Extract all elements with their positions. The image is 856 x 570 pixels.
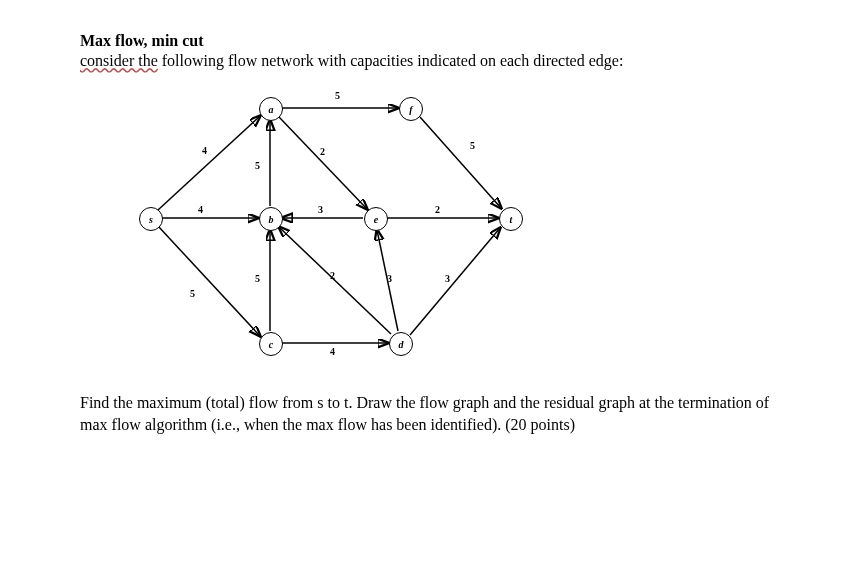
label-d-e: 3 xyxy=(387,273,392,284)
node-e: e xyxy=(364,207,388,231)
label-e-b: 3 xyxy=(318,204,323,215)
label-f-t: 5 xyxy=(470,140,475,151)
label-e-t: 2 xyxy=(435,204,440,215)
svg-line-12 xyxy=(420,117,501,208)
label-a-f: 5 xyxy=(335,90,340,101)
flow-network-diagram: s a b c d e f t 4 4 5 5 5 5 2 3 4 2 3 3 … xyxy=(110,78,590,368)
svg-line-11 xyxy=(410,228,500,335)
node-f: f xyxy=(399,97,423,121)
label-s-b: 4 xyxy=(198,204,203,215)
label-s-c: 5 xyxy=(190,288,195,299)
svg-line-2 xyxy=(158,226,260,336)
node-s: s xyxy=(139,207,163,231)
node-t: t xyxy=(499,207,523,231)
subtitle: consider the following flow network with… xyxy=(80,52,776,70)
svg-line-6 xyxy=(279,117,367,209)
svg-line-0 xyxy=(158,116,260,210)
label-c-d: 4 xyxy=(330,346,335,357)
label-a-e: 2 xyxy=(320,146,325,157)
label-c-b: 5 xyxy=(255,273,260,284)
node-d: d xyxy=(389,332,413,356)
svg-line-9 xyxy=(279,227,391,334)
title: Max flow, min cut xyxy=(80,32,776,50)
node-a: a xyxy=(259,97,283,121)
subtitle-rest: following flow network with capacities i… xyxy=(158,52,624,69)
node-b: b xyxy=(259,207,283,231)
label-d-t: 3 xyxy=(445,273,450,284)
node-c: c xyxy=(259,332,283,356)
label-b-a: 5 xyxy=(255,160,260,171)
label-d-b: 2 xyxy=(330,270,335,281)
label-s-a: 4 xyxy=(202,145,207,156)
question-text: Find the maximum (total) flow from s to … xyxy=(80,392,776,435)
subtitle-wavy: consider the xyxy=(80,52,158,69)
